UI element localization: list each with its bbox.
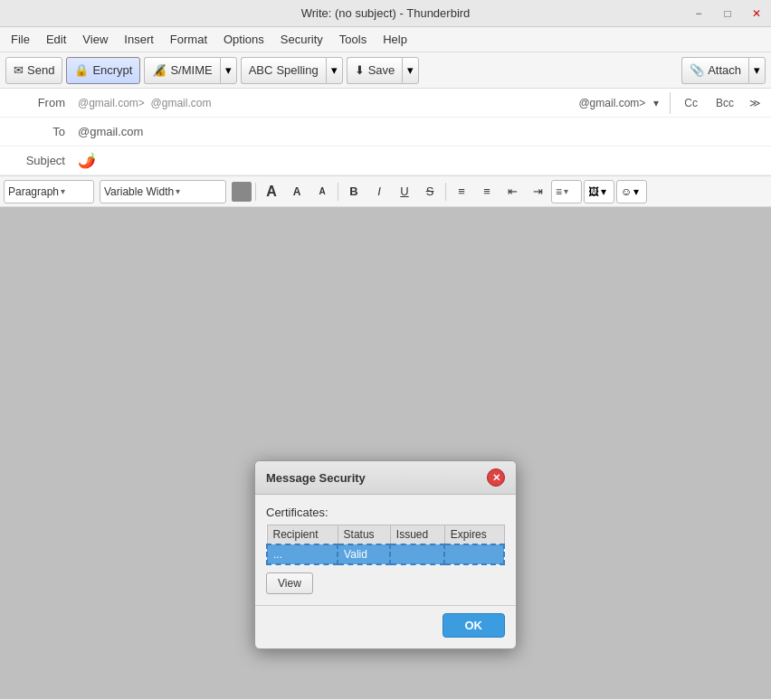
underline-button[interactable]: U bbox=[393, 180, 416, 203]
emoji-icon: ☺ bbox=[621, 185, 632, 198]
outdent-button[interactable]: ⇤ bbox=[500, 180, 524, 203]
view-button[interactable]: View bbox=[266, 572, 313, 594]
close-button[interactable]: ✕ bbox=[742, 0, 771, 27]
save-dropdown-button[interactable]: ▾ bbox=[402, 57, 419, 84]
maximize-button[interactable]: □ bbox=[713, 0, 742, 27]
window-title: Write: (no subject) - Thunderbird bbox=[301, 6, 471, 20]
cert-recipient: ... bbox=[267, 544, 338, 564]
smime-dropdown-button[interactable]: ▾ bbox=[220, 57, 237, 84]
save-main-button[interactable]: ⬇ Save bbox=[347, 57, 403, 84]
subject-row: Subject 🌶️ bbox=[0, 147, 771, 175]
emoji-button[interactable]: ☺ ▾ bbox=[616, 180, 647, 203]
paragraph-select[interactable]: Paragraph ▾ bbox=[4, 180, 94, 203]
subject-label: Subject bbox=[0, 154, 72, 167]
menu-tools[interactable]: Tools bbox=[332, 30, 374, 49]
emoji-arrow-icon: ▾ bbox=[633, 185, 639, 198]
number-list-button[interactable]: ≡ bbox=[475, 180, 499, 203]
spelling-main-button[interactable]: ABC Spelling bbox=[241, 57, 326, 84]
menu-help[interactable]: Help bbox=[376, 30, 414, 49]
menu-bar: File Edit View Insert Format Options Sec… bbox=[0, 27, 771, 52]
attach-label: Attach bbox=[708, 63, 741, 77]
format-toolbar: Paragraph ▾ Variable Width ▾ A A A B I U… bbox=[0, 176, 771, 207]
paragraph-select-text: Paragraph bbox=[8, 185, 59, 198]
save-arrow-icon: ▾ bbox=[407, 63, 414, 77]
attach-main-button[interactable]: 📎 Attach bbox=[681, 57, 748, 84]
spelling-label: Spelling bbox=[276, 63, 318, 77]
menu-view[interactable]: View bbox=[75, 30, 115, 49]
send-button[interactable]: ✉ Send bbox=[5, 57, 62, 84]
font-select[interactable]: Variable Width ▾ bbox=[100, 180, 226, 203]
subject-emoji: 🌶️ bbox=[72, 148, 101, 173]
subject-input[interactable] bbox=[101, 150, 771, 171]
encrypt-button[interactable]: 🔒 Encrypt bbox=[66, 57, 140, 84]
font-size-small-button[interactable]: A bbox=[310, 180, 334, 203]
cert-issued bbox=[390, 544, 444, 564]
bcc-button[interactable]: Bcc bbox=[709, 92, 741, 114]
lock-icon: 🔒 bbox=[74, 63, 89, 77]
from-label: From bbox=[0, 96, 72, 109]
send-icon: ✉ bbox=[14, 63, 24, 77]
compose-body[interactable]: Message Security ✕ Certificates: Recipie… bbox=[0, 207, 771, 699]
strikethrough-button[interactable]: S bbox=[418, 180, 442, 203]
from-dropdown-button[interactable]: ▾ bbox=[649, 95, 663, 111]
cc-button[interactable]: Cc bbox=[677, 92, 705, 114]
image-arrow-icon: ▾ bbox=[601, 185, 606, 198]
from-value-text: @gmail.com> bbox=[578, 97, 645, 109]
font-select-text: Variable Width bbox=[104, 185, 174, 198]
spelling-icon: ABC bbox=[249, 63, 273, 77]
ok-button[interactable]: OK bbox=[443, 613, 506, 638]
fmt-divider-2 bbox=[338, 183, 338, 201]
font-arrow-icon: ▾ bbox=[176, 186, 180, 196]
fmt-divider-3 bbox=[445, 183, 446, 201]
to-label: To bbox=[0, 125, 72, 138]
font-size-increase-button[interactable]: A bbox=[260, 180, 283, 203]
send-label: Send bbox=[27, 63, 54, 77]
bold-button[interactable]: B bbox=[342, 180, 366, 203]
header-more-button[interactable]: ≫ bbox=[745, 95, 766, 111]
certificates-label: Certificates: bbox=[266, 506, 505, 519]
paragraph-arrow-icon: ▾ bbox=[61, 186, 65, 196]
col-recipient: Recipient bbox=[267, 525, 338, 545]
modal-overlay: Message Security ✕ Certificates: Recipie… bbox=[0, 207, 771, 699]
font-size-decrease-button[interactable]: A bbox=[285, 180, 309, 203]
to-row: To bbox=[0, 118, 771, 147]
col-expires: Expires bbox=[444, 525, 504, 545]
align-arrow-icon: ▾ bbox=[564, 186, 568, 196]
cert-row[interactable]: ... Valid bbox=[267, 544, 504, 564]
to-input[interactable] bbox=[72, 121, 771, 142]
menu-insert[interactable]: Insert bbox=[117, 30, 161, 49]
from-input[interactable] bbox=[72, 93, 578, 113]
menu-security[interactable]: Security bbox=[273, 30, 330, 49]
attach-dropdown-button[interactable]: ▾ bbox=[748, 57, 766, 84]
toolbar: ✉ Send 🔒 Encrypt 🔏 S/MIME ▾ ABC Spelling… bbox=[0, 52, 771, 89]
attach-icon: 📎 bbox=[690, 63, 704, 77]
minimize-button[interactable]: − bbox=[684, 0, 713, 27]
attach-arrow-icon: ▾ bbox=[754, 63, 760, 77]
align-select[interactable]: ≡ ▾ bbox=[551, 180, 582, 203]
from-extras: @gmail.com> ▾ Cc Bcc ≫ bbox=[578, 92, 771, 114]
encrypt-label: Encrypt bbox=[92, 63, 132, 77]
col-status: Status bbox=[338, 525, 390, 545]
dialog-titlebar: Message Security ✕ bbox=[255, 461, 516, 495]
dialog-close-button[interactable]: ✕ bbox=[487, 468, 505, 487]
cert-status: Valid bbox=[338, 544, 390, 564]
menu-format[interactable]: Format bbox=[163, 30, 214, 49]
smime-icon: 🔏 bbox=[152, 63, 167, 77]
menu-edit[interactable]: Edit bbox=[39, 30, 73, 49]
title-bar: Write: (no subject) - Thunderbird − □ ✕ bbox=[0, 0, 771, 27]
save-icon: ⬇ bbox=[355, 63, 365, 77]
image-button[interactable]: 🖼 ▾ bbox=[584, 180, 614, 203]
header-area: From @gmail.com> ▾ Cc Bcc ≫ To Subject 🌶… bbox=[0, 89, 771, 176]
italic-button[interactable]: I bbox=[367, 180, 391, 203]
bullet-list-button[interactable]: ≡ bbox=[450, 180, 473, 203]
save-label: Save bbox=[368, 63, 395, 77]
certificates-table: Recipient Status Issued Expires ... Vali… bbox=[266, 525, 505, 565]
spelling-dropdown-button[interactable]: ▾ bbox=[326, 57, 343, 84]
smime-arrow-icon: ▾ bbox=[225, 63, 232, 77]
spelling-split-button: ABC Spelling ▾ bbox=[241, 57, 343, 84]
font-color-box[interactable] bbox=[232, 182, 252, 202]
indent-button[interactable]: ⇥ bbox=[526, 180, 549, 203]
smime-main-button[interactable]: 🔏 S/MIME bbox=[144, 57, 219, 84]
menu-options[interactable]: Options bbox=[216, 30, 271, 49]
menu-file[interactable]: File bbox=[4, 30, 37, 49]
